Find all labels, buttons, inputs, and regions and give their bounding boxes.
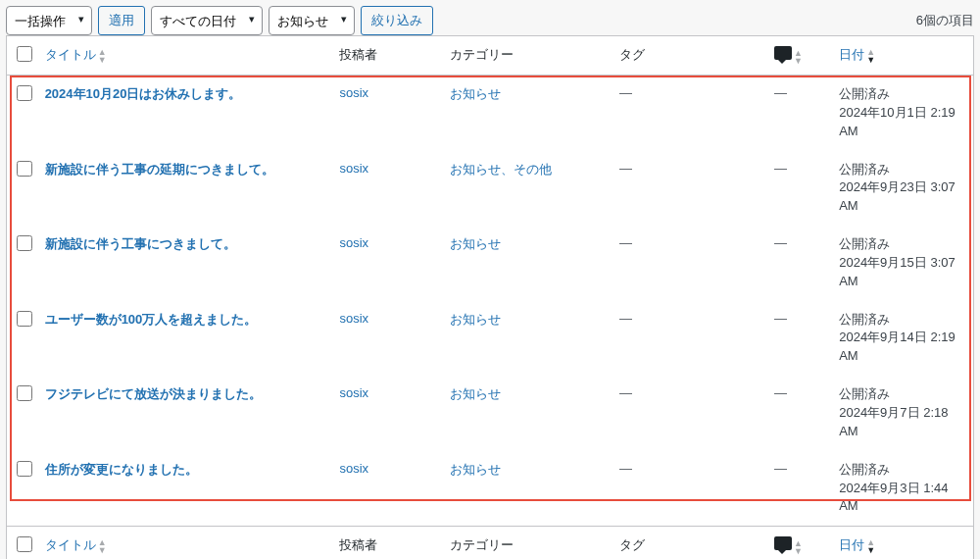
row-checkbox[interactable] (17, 385, 32, 401)
column-title-footer[interactable]: タイトル▲▼ (39, 527, 334, 559)
post-title-link[interactable]: 2024年10月20日はお休みします。 (45, 86, 242, 101)
row-categories-cell: お知らせ (444, 376, 613, 451)
apply-button[interactable]: 適用 (98, 6, 145, 35)
select-all-checkbox[interactable] (17, 46, 32, 62)
column-date-footer[interactable]: 日付▲▼ (833, 527, 973, 559)
category-link[interactable]: お知らせ (450, 236, 501, 251)
row-checkbox[interactable] (17, 311, 32, 327)
posts-table-wrap: タイトル▲▼ 投稿者 カテゴリー タグ ▲▼ 日付▲▼ 2024年10月20日は… (6, 35, 974, 559)
row-checkbox-cell (7, 376, 39, 451)
author-link[interactable]: sosix (339, 311, 368, 326)
row-title-cell: 住所が変更になりました。 (39, 451, 334, 527)
row-checkbox-cell (7, 301, 39, 377)
table-row: 2024年10月20日はお休みします。sosixお知らせ——公開済み2024年1… (7, 76, 973, 151)
sort-icon: ▲▼ (794, 49, 803, 65)
sort-icon: ▲▼ (98, 538, 107, 554)
bulk-action-select-wrap: 一括操作 (6, 6, 92, 35)
category-link[interactable]: お知らせ (450, 462, 501, 477)
column-title-header[interactable]: タイトル▲▼ (39, 36, 334, 76)
table-row: 新施設に伴う工事の延期につきまして。sosixお知らせ、その他——公開済み202… (7, 151, 973, 227)
select-all-footer[interactable] (7, 527, 39, 559)
category-link[interactable]: お知らせ、その他 (450, 162, 552, 177)
row-categories-cell: お知らせ (444, 226, 613, 301)
author-link[interactable]: sosix (339, 235, 368, 250)
row-date-cell: 公開済み2024年9月7日 2:18 AM (833, 376, 973, 451)
row-author-cell: sosix (333, 451, 443, 527)
row-date-cell: 公開済み2024年9月14日 2:19 AM (833, 301, 973, 377)
row-categories-cell: お知らせ (444, 451, 613, 527)
category-link[interactable]: お知らせ (450, 386, 501, 401)
column-author-header: 投稿者 (333, 36, 443, 76)
row-checkbox-cell (7, 451, 39, 527)
row-title-cell: 2024年10月20日はお休みします。 (39, 76, 334, 151)
row-tags-cell: — (613, 451, 768, 527)
row-categories-cell: お知らせ (444, 76, 613, 151)
author-link[interactable]: sosix (339, 161, 368, 176)
table-row: 新施設に伴う工事につきまして。sosixお知らせ——公開済み2024年9月15日… (7, 226, 973, 301)
sort-icon: ▲▼ (866, 538, 875, 554)
row-checkbox-cell (7, 151, 39, 227)
author-link[interactable]: sosix (339, 461, 368, 476)
row-categories-cell: お知らせ、その他 (444, 151, 613, 227)
item-count-top: 6個の項目 (916, 12, 974, 29)
column-comments-footer[interactable]: ▲▼ (768, 527, 833, 559)
date-filter-select[interactable]: すべての日付 (151, 6, 263, 35)
row-tags-cell: — (613, 376, 768, 451)
row-checkbox-cell (7, 226, 39, 301)
row-author-cell: sosix (333, 376, 443, 451)
table-row: ユーザー数が100万人を超えました。sosixお知らせ——公開済み2024年9月… (7, 301, 973, 377)
bulk-action-select[interactable]: 一括操作 (6, 6, 92, 35)
row-title-cell: フジテレビにて放送が決まりました。 (39, 376, 334, 451)
column-tags-header: タグ (613, 36, 768, 76)
comment-icon (774, 536, 792, 550)
category-link[interactable]: お知らせ (450, 86, 501, 101)
sort-icon: ▲▼ (98, 48, 107, 64)
row-checkbox[interactable] (17, 85, 32, 101)
category-filter-select[interactable]: お知らせ (269, 6, 355, 35)
row-date-cell: 公開済み2024年9月3日 1:44 AM (833, 451, 973, 527)
posts-table: タイトル▲▼ 投稿者 カテゴリー タグ ▲▼ 日付▲▼ 2024年10月20日は… (7, 36, 973, 559)
row-author-cell: sosix (333, 226, 443, 301)
column-categories-footer: カテゴリー (444, 527, 613, 559)
header-row: タイトル▲▼ 投稿者 カテゴリー タグ ▲▼ 日付▲▼ (7, 36, 973, 76)
row-tags-cell: — (613, 301, 768, 377)
filter-button[interactable]: 絞り込み (361, 6, 433, 35)
author-link[interactable]: sosix (339, 385, 368, 400)
table-row: 住所が変更になりました。sosixお知らせ——公開済み2024年9月3日 1:4… (7, 451, 973, 527)
row-date-cell: 公開済み2024年9月23日 3:07 AM (833, 151, 973, 227)
row-comments-cell: — (768, 301, 833, 377)
row-author-cell: sosix (333, 151, 443, 227)
select-all-header[interactable] (7, 36, 39, 76)
row-comments-cell: — (768, 226, 833, 301)
post-title-link[interactable]: 新施設に伴う工事につきまして。 (45, 236, 236, 251)
post-title-link[interactable]: 住所が変更になりました。 (45, 462, 198, 477)
column-categories-header: カテゴリー (444, 36, 613, 76)
row-comments-cell: — (768, 76, 833, 151)
row-checkbox[interactable] (17, 161, 32, 177)
row-date-cell: 公開済み2024年10月1日 2:19 AM (833, 76, 973, 151)
top-toolbar: 一括操作 適用 すべての日付 お知らせ 絞り込み 6個の項目 (6, 6, 974, 35)
row-comments-cell: — (768, 151, 833, 227)
footer-row: タイトル▲▼ 投稿者 カテゴリー タグ ▲▼ 日付▲▼ (7, 527, 973, 559)
row-title-cell: 新施設に伴う工事につきまして。 (39, 226, 334, 301)
row-title-cell: 新施設に伴う工事の延期につきまして。 (39, 151, 334, 227)
column-date-header[interactable]: 日付▲▼ (833, 36, 973, 76)
table-row: フジテレビにて放送が決まりました。sosixお知らせ——公開済み2024年9月7… (7, 376, 973, 451)
column-comments-header[interactable]: ▲▼ (768, 36, 833, 76)
category-filter-select-wrap: お知らせ (269, 6, 355, 35)
row-checkbox[interactable] (17, 235, 32, 251)
row-tags-cell: — (613, 76, 768, 151)
row-comments-cell: — (768, 376, 833, 451)
row-categories-cell: お知らせ (444, 301, 613, 377)
author-link[interactable]: sosix (339, 85, 368, 100)
sort-icon: ▲▼ (794, 539, 803, 555)
post-title-link[interactable]: 新施設に伴う工事の延期につきまして。 (45, 162, 274, 177)
post-title-link[interactable]: フジテレビにて放送が決まりました。 (45, 386, 262, 401)
column-author-footer: 投稿者 (333, 527, 443, 559)
post-title-link[interactable]: ユーザー数が100万人を超えました。 (45, 312, 258, 327)
category-link[interactable]: お知らせ (450, 312, 501, 327)
row-comments-cell: — (768, 451, 833, 527)
select-all-checkbox-footer[interactable] (17, 536, 32, 552)
row-checkbox[interactable] (17, 461, 32, 477)
row-title-cell: ユーザー数が100万人を超えました。 (39, 301, 334, 377)
